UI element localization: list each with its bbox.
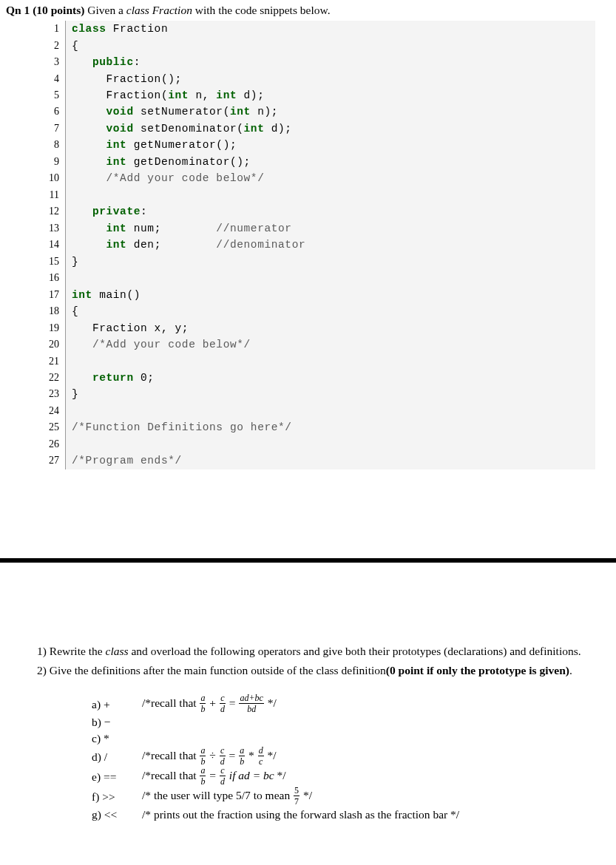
frac-den: b [239, 756, 245, 766]
frac-num: a [200, 746, 206, 756]
frac-c-d: cd [220, 746, 226, 766]
op-d: d) / /*recall that ab ÷ cd = ab * dc */ [92, 747, 591, 767]
code-cell: Fraction(int n, int d); [66, 87, 596, 104]
question-intro-italic: class Fraction [126, 4, 192, 16]
code-text [72, 56, 92, 68]
code-line: 3 public: [37, 54, 595, 70]
frac-den: c [258, 756, 264, 766]
frac-num: c [220, 693, 226, 704]
line-number: 1 [37, 21, 66, 37]
code-text: } [72, 388, 78, 400]
line-number: 10 [37, 170, 66, 186]
frac-den: d [220, 704, 226, 713]
code-line: 14 int den; //denominator [37, 237, 595, 253]
instruction-1: 1) Rewrite the class and overload the fo… [37, 644, 591, 659]
op-e-label: e) == [92, 770, 127, 784]
op-f-hint: /* the user will type 5/7 to mean 57 */ [142, 787, 312, 807]
code-table: 1class Fraction2{3 public:4 Fraction();5… [37, 21, 595, 469]
code-cell: /*Program ends*/ [66, 452, 596, 469]
frac-a-b: ab [200, 746, 206, 766]
instruction-2: 2) Give the definitions after the main f… [37, 663, 591, 678]
line-number: 23 [37, 386, 66, 402]
op-f-hint-text: /* the user will type 5/7 to mean [142, 789, 293, 801]
line-number: 15 [37, 254, 66, 270]
frac-den: b [200, 776, 206, 786]
code-line: 15} [37, 254, 595, 270]
code-comment: /*Function Definitions go here*/ [72, 421, 292, 433]
line-number: 9 [37, 154, 66, 170]
code-cell [66, 353, 596, 370]
instruction-2-suffix: . [569, 664, 572, 676]
code-cell: } [66, 386, 596, 402]
code-comment: //denominator [216, 239, 305, 251]
code-line: 1class Fraction [37, 21, 595, 37]
op-c: c) * [92, 730, 591, 747]
code-keyword: public [92, 56, 134, 68]
div-sign: ÷ [209, 749, 218, 761]
op-g: g) << /* prints out the fraction using t… [92, 807, 591, 823]
op-e: e) == /*recall that ab = cd if ad = bc *… [92, 767, 591, 787]
eq-cond: if ad = bc [229, 769, 277, 781]
code-text: getDenominator(); [126, 156, 250, 168]
frac-c-d: cd [220, 693, 226, 713]
code-line: 10 /*Add your code below*/ [37, 170, 595, 186]
page: Qn 1 (10 points) Given a class Fraction … [0, 0, 616, 865]
line-number: 24 [37, 403, 66, 419]
code-line: 11 [37, 187, 595, 203]
code-cell: int num; //numerator [66, 220, 596, 237]
instruction-1-suffix: and overload the following operators and… [129, 645, 581, 657]
code-text: : [141, 206, 147, 217]
question-intro-prefix: Given a [84, 4, 126, 16]
frac-den: d [220, 776, 226, 786]
line-number: 18 [37, 303, 66, 319]
code-cell [66, 270, 596, 286]
code-text: num; [126, 223, 216, 234]
section-divider [0, 558, 616, 563]
star-suffix: */ [268, 749, 277, 761]
code-keyword: int [168, 89, 189, 101]
op-e-hint: /*recall that ab = cd if ad = bc */ [142, 767, 286, 787]
code-text: d); [237, 89, 264, 101]
code-cell: private: [66, 203, 596, 220]
code-block: 1class Fraction2{3 public:4 Fraction();5… [37, 21, 595, 469]
code-text: d); [264, 123, 291, 135]
instructions: 1) Rewrite the class and overload the fo… [37, 644, 591, 823]
code-keyword: int [106, 156, 127, 168]
code-text: n); [251, 106, 278, 118]
code-line: 21 [37, 353, 595, 370]
instruction-2-prefix: 2) Give the definitions after the main f… [37, 664, 386, 676]
code-text: : [134, 56, 141, 68]
line-number: 27 [37, 452, 66, 469]
code-text [72, 123, 106, 135]
code-text [72, 239, 106, 251]
code-cell: int getNumerator(); [66, 137, 596, 153]
recall-prefix: /*recall that [142, 749, 199, 761]
frac-den: 7 [294, 796, 299, 806]
op-f-label: f) >> [92, 790, 127, 804]
code-text [72, 372, 92, 384]
code-cell: Fraction x, y; [66, 320, 596, 336]
code-cell: /*Function Definitions go here*/ [66, 419, 596, 435]
code-text [72, 223, 106, 234]
op-f: f) >> /* the user will type 5/7 to mean … [92, 787, 591, 807]
code-line: 4 Fraction(); [37, 71, 595, 87]
line-number: 26 [37, 436, 66, 452]
frac-num: c [220, 746, 226, 756]
code-line: 2{ [37, 38, 595, 54]
code-cell: public: [66, 54, 596, 70]
code-keyword: int [216, 89, 237, 101]
frac-den: bd [239, 704, 263, 713]
code-keyword: return [92, 372, 134, 384]
code-line: 24 [37, 403, 595, 419]
frac-result: ad+bcbd [239, 693, 263, 713]
code-cell: return 0; [66, 370, 596, 386]
code-comment: /*Program ends*/ [72, 455, 182, 467]
line-number: 16 [37, 270, 66, 286]
code-text: } [72, 256, 78, 268]
star-suffix: */ [303, 789, 312, 801]
code-text [72, 339, 92, 350]
frac-num: 5 [294, 786, 299, 796]
code-cell: { [66, 38, 596, 54]
code-line: 22 return 0; [37, 370, 595, 386]
frac-num: a [200, 693, 206, 704]
